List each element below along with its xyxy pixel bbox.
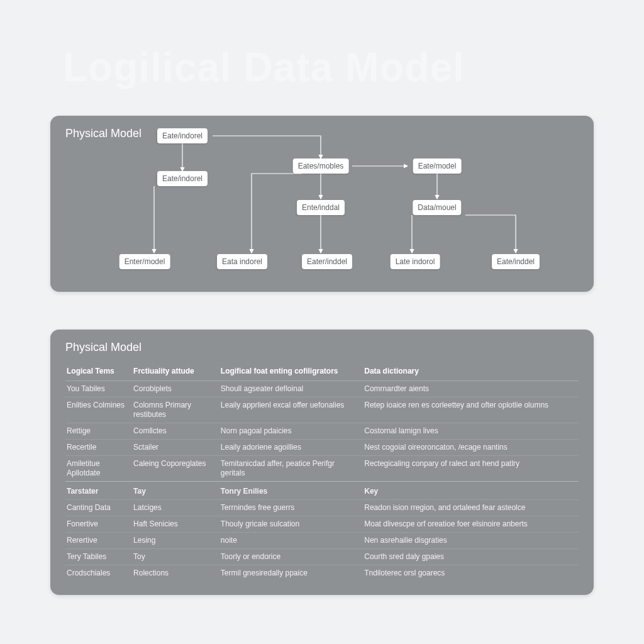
table-cell: Norn pagoal pdaicies xyxy=(219,423,363,440)
diagram-node: Eate/inddel xyxy=(492,254,540,269)
table-panel: Physical Model Logical Tems Frctiuality … xyxy=(50,330,594,595)
table-row: Tery TabilesToyToorly or endoriceCourth … xyxy=(65,549,579,565)
table-cell: Rettige xyxy=(65,423,132,440)
diagram-node: Eater/inddel xyxy=(302,254,352,269)
table-cell: Rolections xyxy=(132,565,219,582)
diagram-node: Eate/indorel xyxy=(157,128,208,143)
table-cell: Fonertive xyxy=(65,516,132,533)
diagram-node: Eates/mobles xyxy=(293,158,349,174)
table-cell: Haft Senicies xyxy=(132,516,219,533)
table-cell: Amiletitue Apllotdate xyxy=(65,456,132,482)
table-cell: Sctailer xyxy=(132,440,219,456)
table-cell: Corobiplets xyxy=(132,381,219,397)
table-cell: Toorly or endorice xyxy=(219,549,363,565)
table-header-row: Logical Tems Frctiuality attude Logifica… xyxy=(65,363,579,381)
table-row: Enilties ColminesColomns Primary restibu… xyxy=(65,397,579,423)
diagram-node: Enter/model xyxy=(119,254,170,269)
table-cell: Leaily adoriene agoillies xyxy=(219,440,363,456)
table-cell: noite xyxy=(219,533,363,549)
table-row: FonertiveHaft SeniciesThouly gricale sul… xyxy=(65,516,579,533)
table-cell: Termil gnesiredally ppaice xyxy=(219,565,363,582)
table-cell: Recertile xyxy=(65,440,132,456)
table-cell: Thouly gricale sulcation xyxy=(219,516,363,533)
table-cell: Leaily apprlienl excal offer uefonalies xyxy=(219,397,363,423)
table-cell: Tay xyxy=(132,482,219,500)
table-cell: Rerertive xyxy=(65,533,132,549)
page-title: Logilical Data Model xyxy=(63,44,606,91)
diagram-node: Eate/indorel xyxy=(157,171,208,186)
table-row: CrodschialesRolectionsTermil gnesiredall… xyxy=(65,565,579,582)
table-row: RerertiveLesingnoiteNen asrehailie disgr… xyxy=(65,533,579,549)
table-cell: Nen asrehailie disgraties xyxy=(363,533,579,549)
diagram-node: Data/mouel xyxy=(413,200,461,215)
table-cell: Moat dlivescpe orf oreatioe foer elsinoi… xyxy=(363,516,579,533)
table-cell: Comllctes xyxy=(132,423,219,440)
table-cell: Colomns Primary restibutes xyxy=(132,397,219,423)
table-row: Amiletitue ApllotdateCaleing Coporeglate… xyxy=(65,456,579,482)
table-cell: Canting Data xyxy=(65,500,132,516)
table-header: Logifical foat enting cofiligrators xyxy=(219,363,363,381)
table-header: Frctiuality attude xyxy=(132,363,219,381)
table-cell: Nest cogoial oireoroncaton, /ecage nanti… xyxy=(363,440,579,456)
table-header: Logical Tems xyxy=(65,363,132,381)
diagram-node: Late indorol xyxy=(391,254,440,269)
table-cell: Lesing xyxy=(132,533,219,549)
table-cell: Tery Tabiles xyxy=(65,549,132,565)
table-cell: Caleing Coporeglates xyxy=(132,456,219,482)
table-cell: You Tabiles xyxy=(65,381,132,397)
diagram-panel-title: Physical Model xyxy=(65,127,142,140)
table-cell: Key xyxy=(363,482,579,500)
table-panel-title: Physical Model xyxy=(65,341,579,354)
table-cell: Enilties Colmines xyxy=(65,397,132,423)
table-cell: Temitanicdad affer, peatice Perifgr geri… xyxy=(219,456,363,482)
table-cell: Readon ision rregion, and ortaleed fear … xyxy=(363,500,579,516)
table-cell: Courth sred daly gpaies xyxy=(363,549,579,565)
table-header: Data dictionary xyxy=(363,363,579,381)
table-row: Canting DataLatcigesTerrnindes free guer… xyxy=(65,500,579,516)
table-cell: Tarstater xyxy=(65,482,132,500)
table-cell: Shoull agseater defloinal xyxy=(219,381,363,397)
table-row: RecertileSctailerLeaily adoriene agoilli… xyxy=(65,440,579,456)
table-cell: Comrnardter aients xyxy=(363,381,579,397)
table-cell: Crodschiales xyxy=(65,565,132,582)
table-cell: Tndiloterec orsl goarecs xyxy=(363,565,579,582)
table-cell: Rectegicaling conpary of ralect ant hend… xyxy=(363,456,579,482)
table-cell: Tonry Enilies xyxy=(219,482,363,500)
table-cell: Retep ioaice ren es corleettey and ofter… xyxy=(363,397,579,423)
table-row: RettigeComllctesNorn pagoal pdaiciesCost… xyxy=(65,423,579,440)
diagram-node: Eate/model xyxy=(413,158,462,174)
table-cell: Toy xyxy=(132,549,219,565)
diagram-node: Eata indorel xyxy=(217,254,267,269)
table-cell: Terrnindes free guerrs xyxy=(219,500,363,516)
diagram-panel: Physical Model xyxy=(50,116,594,292)
table-row: TarstaterTayTonry EniliesKey xyxy=(65,482,579,500)
physical-model-table: Logical Tems Frctiuality attude Logifica… xyxy=(65,363,579,581)
table-row: You TabilesCorobipletsShoull agseater de… xyxy=(65,381,579,397)
diagram-node: Ente/inddal xyxy=(297,200,345,215)
table-cell: Costornal lamign lives xyxy=(363,423,579,440)
table-cell: Latciges xyxy=(132,500,219,516)
